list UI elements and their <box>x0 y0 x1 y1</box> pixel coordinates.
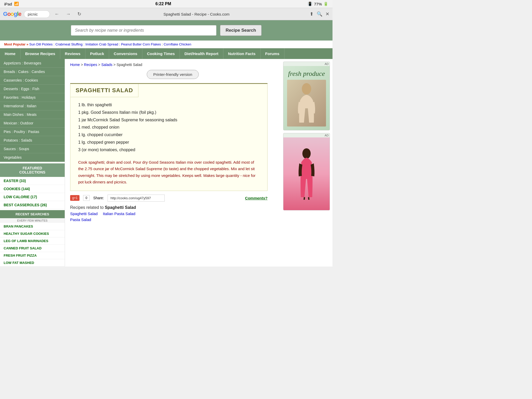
breadcrumb-current: Spaghetti Salad <box>117 63 142 67</box>
nav-reviews[interactable]: Reviews <box>60 48 85 59</box>
forward-button[interactable]: → <box>64 10 73 18</box>
sidebar-item-potatoes[interactable]: Potatoes : Salads <box>0 136 65 145</box>
status-time: 6:22 PM <box>155 2 171 6</box>
sidebar: Appetizers : Beverages Breads : Cakes : … <box>0 59 65 267</box>
recipe-container: SPAGHETTI SALAD 1 lb. thin spaghetti 1 p… <box>70 83 268 191</box>
status-bar: iPad 📶 6:22 PM 📳 77% 🔋 <box>0 0 332 8</box>
related-recipes-title: Recipes related to Spaghetti Salad <box>70 205 275 210</box>
nav-diet-health[interactable]: Diet/Health Report <box>180 48 223 59</box>
url-bar[interactable]: Spaghetti Salad - Recipe - Cooks.com <box>86 12 307 16</box>
svg-point-1 <box>302 148 311 159</box>
recipe-search-button[interactable]: Recipe Search <box>220 25 261 36</box>
breadcrumb-home[interactable]: Home <box>70 63 80 67</box>
share-icon[interactable]: ⬆ <box>310 11 314 17</box>
sidebar-item-breads[interactable]: Breads : Cakes : Candies <box>0 68 65 76</box>
recent-search-5[interactable]: FRESH FRUIT PIZZA <box>0 252 65 259</box>
breadcrumb: Home > Recipes > Salads > Spaghetti Sala… <box>70 63 275 67</box>
nav-nutrition-facts[interactable]: Nutrition Facts <box>223 48 261 59</box>
printer-friendly-button[interactable]: Printer-friendly version <box>147 70 199 79</box>
battery-icon: 🔋 <box>323 2 328 6</box>
google-logo: Google <box>3 11 21 17</box>
svg-point-0 <box>302 83 311 95</box>
person-silhouette-2 <box>296 148 317 200</box>
recent-search-6[interactable]: LOW FAT MASHED <box>0 259 65 267</box>
svg-line-3 <box>309 197 309 200</box>
recipe-search-input[interactable] <box>71 25 216 36</box>
sidebar-item-favorites[interactable]: Favorites : Holidays <box>0 93 65 102</box>
ingredient-3: 1 jar McCormick Salad Supreme for season… <box>78 116 260 124</box>
main-nav: Home Browse Recipes Reviews Potluck Conv… <box>0 48 332 59</box>
find-icon[interactable]: 🔍 <box>317 11 322 17</box>
sidebar-category-nav: Appetizers : Beverages Breads : Cakes : … <box>0 59 65 162</box>
popular-link-5[interactable]: Cornflake Chicken <box>164 42 191 46</box>
sidebar-item-mexican[interactable]: Mexican : Outdoor <box>0 119 65 128</box>
related-links: Spaghetti Salad Italian Pasta Salad <box>70 211 275 216</box>
collection-easter[interactable]: EASTER (33) <box>0 177 65 185</box>
printer-friendly-wrap: Printer-friendly version <box>70 70 275 79</box>
gplus-button[interactable]: g+1 <box>70 195 79 201</box>
related-recipe-name: Spaghetti Salad <box>105 205 136 210</box>
popular-link-4[interactable]: Peanut Butter Corn Flakes <box>121 42 161 46</box>
popular-link-3[interactable]: Imitation Crab Spread <box>85 42 118 46</box>
sidebar-item-desserts[interactable]: Desserts : Eggs : Fish <box>0 85 65 93</box>
ad-fashion-2[interactable]: AD <box>283 133 330 210</box>
recent-searches-sublabel: EVERY FEW MINUTES <box>0 218 65 223</box>
sidebar-item-sauces[interactable]: Sauces : Soups <box>0 145 65 153</box>
sidebar-item-appetizers[interactable]: Appetizers : Beverages <box>0 59 65 68</box>
reload-button[interactable]: ↻ <box>75 10 83 18</box>
collection-cookies[interactable]: COOKIES (144) <box>0 185 65 193</box>
nav-cooking-times[interactable]: Cooking Times <box>142 48 180 59</box>
recent-searches-label: RECENT SEARCHES <box>0 210 65 218</box>
sidebar-item-pies[interactable]: Pies : Poultry : Pastas <box>0 128 65 136</box>
ingredient-1: 1 lb. thin spaghetti <box>78 101 260 109</box>
browser-search-field[interactable]: picnic <box>24 10 50 18</box>
recent-search-2[interactable]: HEALTHY SUGAR COOKIES <box>0 230 65 237</box>
sidebar-item-main-dishes[interactable]: Main Dishes : Meats <box>0 110 65 119</box>
share-bar: g+1 0 Share: Comments? <box>70 195 268 202</box>
related-link-2[interactable]: Italian Pasta Salad <box>103 211 135 216</box>
nav-browse-recipes[interactable]: Browse Recipes <box>21 48 60 59</box>
ad-column: AD fresh produce AD <box>281 59 332 267</box>
ad-fresh-produce[interactable]: AD fresh produce <box>283 62 330 130</box>
ad-tag-1: AD <box>283 62 330 66</box>
ingredient-5: 1 lg. chopped cucumber <box>78 131 260 139</box>
wifi-icon: 📶 <box>14 2 19 6</box>
nav-home[interactable]: Home <box>0 48 21 59</box>
back-button[interactable]: ← <box>52 10 61 18</box>
sidebar-item-vegetables[interactable]: Vegetables <box>0 153 65 162</box>
browser-chrome: Google picnic ← → ↻ Spaghetti Salad - Re… <box>0 8 332 20</box>
ingredient-7: 3 (or more) tomatoes, chopped <box>78 146 260 154</box>
recent-search-3[interactable]: LEG OF LAMB MARINADES <box>0 237 65 245</box>
ad-fresh-produce-content: fresh produce <box>283 66 330 130</box>
close-tab-icon[interactable]: ✕ <box>325 11 329 17</box>
google-g: G <box>3 11 7 17</box>
nav-forums[interactable]: Forums <box>261 48 284 59</box>
breadcrumb-salads[interactable]: Salads <box>101 63 112 67</box>
collection-low-calorie[interactable]: LOW CALORIE (17) <box>0 193 65 201</box>
most-popular-label: Most Popular » <box>4 42 28 46</box>
ingredient-6: 1 lg. chopped green pepper <box>78 139 260 146</box>
ad-tag-2: AD <box>283 133 330 137</box>
related-link-3[interactable]: Pasta Salad <box>70 217 91 222</box>
nav-potluck[interactable]: Potluck <box>85 48 109 59</box>
comments-link[interactable]: Comments? <box>245 196 268 200</box>
status-right: 📳 77% 🔋 <box>308 2 328 6</box>
recent-search-1[interactable]: BRAN PANCAKES <box>0 223 65 230</box>
share-label: Share: <box>93 196 104 200</box>
breadcrumb-recipes[interactable]: Recipes <box>84 63 97 67</box>
status-left: iPad 📶 <box>4 2 19 6</box>
share-url-field[interactable] <box>108 195 165 202</box>
popular-link-2[interactable]: Crabmeat Stuffing <box>55 42 83 46</box>
sidebar-item-international[interactable]: International : Italian <box>0 102 65 110</box>
bluetooth-icon: 📳 <box>308 2 312 6</box>
popular-link-1[interactable]: Sun Dill Pickles <box>29 42 53 46</box>
nav-conversions[interactable]: Conversions <box>109 48 142 59</box>
collection-best-casseroles[interactable]: BEST CASSEROLES (26) <box>0 201 65 209</box>
sidebar-item-casseroles[interactable]: Casseroles : Cookies <box>0 76 65 85</box>
recipe-instructions: Cook spaghetti; drain and cool. Pour dry… <box>70 158 267 191</box>
ingredient-2: 1 pkg. Good Seasons Italian mix (foil pk… <box>78 109 260 116</box>
battery-label: 77% <box>314 2 322 6</box>
featured-collections-label: FEATUREDCOLLECTIONS <box>0 163 65 177</box>
recent-search-4[interactable]: CANNED FRUIT SALAD <box>0 245 65 252</box>
related-link-1[interactable]: Spaghetti Salad <box>70 211 98 216</box>
